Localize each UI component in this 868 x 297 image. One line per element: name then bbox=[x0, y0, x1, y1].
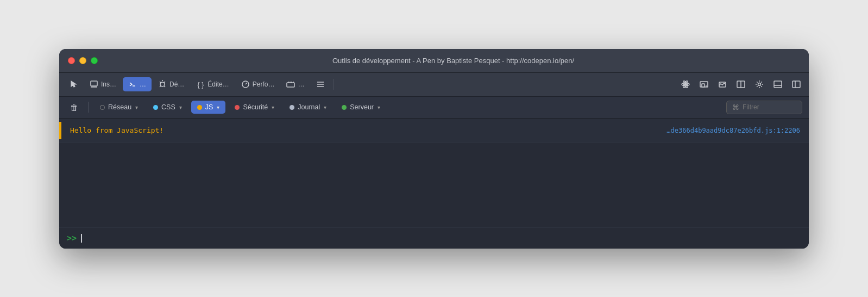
tool-network[interactable] bbox=[311, 77, 330, 91]
devtools-window: Outils de développement - A Pen by Bapti… bbox=[59, 49, 809, 249]
filter-journal-label: Journal bbox=[298, 103, 320, 111]
atom-icon-button[interactable] bbox=[677, 76, 694, 92]
tool-memory[interactable]: … bbox=[281, 77, 310, 91]
console-icon bbox=[128, 80, 137, 89]
filter-securite[interactable]: Sécurité ▾ bbox=[229, 101, 280, 114]
screenshot-icon-button[interactable] bbox=[714, 76, 731, 92]
filter-css[interactable]: CSS ▾ bbox=[147, 101, 188, 114]
dot-serveur bbox=[342, 105, 347, 110]
tool-editor[interactable]: { } Édite… bbox=[191, 77, 234, 91]
clear-console-button[interactable]: 🗑 bbox=[66, 101, 83, 114]
tool-cursor[interactable] bbox=[64, 77, 83, 91]
window-title: Outils de développement - A Pen by Bapti… bbox=[106, 57, 800, 65]
console-prompt: >> bbox=[67, 233, 77, 243]
console-area: Hello from JavaScript! …de366d4b9aad9dc8… bbox=[59, 119, 809, 227]
dock-icon-button[interactable] bbox=[770, 76, 786, 92]
filter-js[interactable]: JS ▾ bbox=[191, 101, 226, 114]
debugger-icon bbox=[158, 80, 167, 89]
dot-css bbox=[153, 105, 158, 110]
traffic-lights bbox=[68, 57, 98, 64]
settings-icon-button[interactable] bbox=[751, 76, 768, 92]
console-input-area: >> bbox=[59, 227, 809, 249]
svg-rect-5 bbox=[287, 83, 294, 87]
title-bar: Outils de développement - A Pen by Bapti… bbox=[59, 49, 809, 73]
filter-funnel-icon: ⌘ bbox=[732, 103, 739, 112]
chevron-js: ▾ bbox=[217, 104, 219, 110]
toolbar-top: Ins… … Dé… { } Édite bbox=[59, 73, 809, 97]
svg-point-16 bbox=[685, 84, 687, 85]
chevron-serveur: ▾ bbox=[378, 104, 380, 110]
tool-console-label: … bbox=[140, 81, 146, 88]
filter-securite-label: Sécurité bbox=[243, 103, 268, 111]
filter-reseau-label: Réseau bbox=[108, 103, 131, 111]
dot-js bbox=[197, 105, 202, 110]
inspect-icon bbox=[90, 80, 98, 89]
minimize-button[interactable] bbox=[79, 57, 86, 64]
svg-rect-18 bbox=[702, 84, 705, 87]
svg-rect-26 bbox=[792, 81, 800, 88]
toolbar-separator-1 bbox=[334, 79, 334, 90]
trash-icon: 🗑 bbox=[70, 103, 78, 112]
tool-editor-label: Édite… bbox=[207, 81, 229, 88]
close-devtools-button[interactable] bbox=[788, 76, 804, 92]
toolbar-filter: 🗑 Réseau ▾ CSS ▾ JS ▾ Sécurité ▾ bbox=[59, 97, 809, 119]
filter-search-wrap: ⌘ bbox=[726, 101, 802, 114]
filter-js-label: JS bbox=[205, 103, 213, 111]
dot-journal bbox=[290, 105, 294, 110]
dot-reseau bbox=[100, 105, 105, 110]
svg-rect-0 bbox=[91, 81, 97, 86]
responsive-icon-button[interactable] bbox=[696, 76, 712, 92]
filter-serveur-label: Serveur bbox=[350, 103, 374, 111]
console-empty-area bbox=[59, 143, 809, 208]
tool-memory-label: … bbox=[298, 81, 304, 88]
maximize-button[interactable] bbox=[91, 57, 98, 64]
tool-performance-label: Perfo… bbox=[253, 81, 275, 88]
tool-debugger-label: Dé… bbox=[169, 81, 184, 88]
svg-point-23 bbox=[758, 83, 761, 86]
tool-performance[interactable]: Perfo… bbox=[236, 77, 280, 91]
console-message: Hello from JavaScript! bbox=[70, 126, 163, 134]
console-source[interactable]: …de366d4b9aad9dc87e26bfd.js:1:2206 bbox=[666, 127, 800, 134]
performance-icon bbox=[241, 80, 250, 89]
tool-inspector[interactable]: Ins… bbox=[84, 77, 122, 91]
cursor-icon bbox=[69, 80, 78, 89]
console-log-content: Hello from JavaScript! …de366d4b9aad9dc8… bbox=[61, 124, 809, 137]
tool-inspector-label: Ins… bbox=[101, 81, 116, 88]
editor-icon: { } bbox=[196, 80, 205, 89]
svg-rect-17 bbox=[700, 82, 708, 87]
filter-reseau[interactable]: Réseau ▾ bbox=[94, 101, 144, 114]
split-icon-button[interactable] bbox=[733, 76, 749, 92]
console-log-line: Hello from JavaScript! …de366d4b9aad9dc8… bbox=[59, 119, 809, 143]
tool-console[interactable]: … bbox=[123, 77, 152, 91]
chevron-css: ▾ bbox=[179, 104, 182, 110]
console-cursor bbox=[81, 234, 82, 243]
filter-search-input[interactable] bbox=[743, 103, 791, 111]
svg-rect-24 bbox=[774, 81, 782, 88]
filter-separator bbox=[88, 102, 89, 113]
filter-journal[interactable]: Journal ▾ bbox=[284, 101, 332, 114]
close-button[interactable] bbox=[68, 57, 75, 64]
memory-icon bbox=[286, 80, 295, 89]
network-icon bbox=[316, 80, 325, 89]
chevron-journal: ▾ bbox=[324, 104, 326, 110]
filter-serveur[interactable]: Serveur ▾ bbox=[336, 101, 386, 114]
dot-securite bbox=[235, 105, 240, 110]
chevron-securite: ▾ bbox=[272, 104, 274, 110]
toolbar-right-icons bbox=[677, 76, 804, 92]
filter-css-label: CSS bbox=[161, 103, 175, 111]
chevron-reseau: ▾ bbox=[135, 104, 138, 110]
tool-debugger[interactable]: Dé… bbox=[153, 77, 190, 91]
